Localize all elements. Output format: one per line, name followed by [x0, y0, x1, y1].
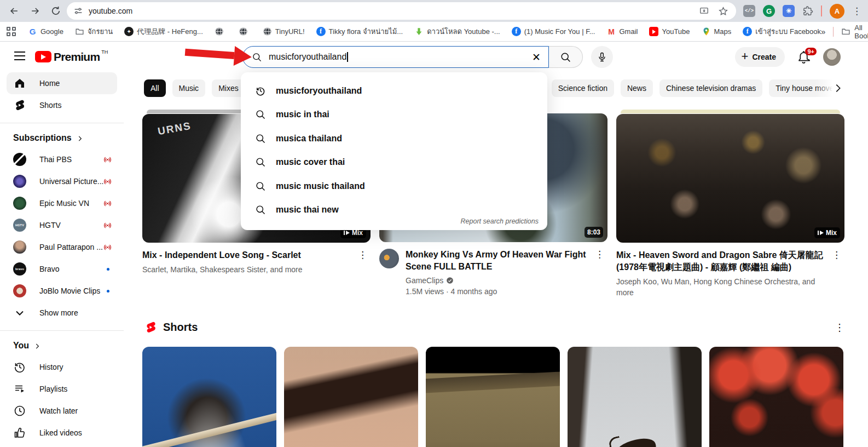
you-header[interactable]: You — [0, 337, 124, 356]
channel-hgtv[interactable]: HGTV HGTV — [7, 214, 117, 236]
shorts-menu-icon[interactable]: ⋮ — [835, 322, 844, 334]
search-button[interactable] — [549, 46, 583, 68]
chip-all[interactable]: All — [144, 79, 166, 97]
video-menu-icon[interactable]: ⋮ — [832, 249, 841, 298]
channel-bravo[interactable]: bravo Bravo — [7, 258, 117, 280]
sidebar-item-watch-later[interactable]: Watch later — [7, 400, 117, 422]
video-title[interactable]: Mix - Heaven Sword and Dragon Sabre 倚天屠龍… — [616, 249, 828, 273]
bookmark-maps[interactable]: Maps — [702, 27, 732, 36]
channel-avatar: bravo — [13, 262, 26, 276]
channel-name[interactable]: GameClips — [406, 276, 443, 285]
bookmark-globe-2[interactable] — [239, 27, 251, 36]
sidebar-item-playlists[interactable]: Playlists — [7, 378, 117, 400]
browser-menu-icon[interactable]: ⋮ — [852, 5, 861, 17]
report-search-predictions-link[interactable]: Report search predictions — [461, 217, 539, 225]
video-menu-icon[interactable]: ⋮ — [358, 249, 367, 275]
forward-icon[interactable] — [28, 4, 42, 18]
suggestion-item[interactable]: music music thailand — [241, 174, 547, 198]
search-input[interactable]: musicforyouthailand ✕ — [242, 46, 549, 68]
bookmark-google[interactable]: G Google — [28, 27, 63, 36]
channel-avatar[interactable] — [379, 249, 399, 268]
extension-devtools-icon[interactable]: </> — [743, 5, 755, 17]
video-menu-icon[interactable]: ⋮ — [595, 249, 604, 297]
history-icon — [13, 360, 26, 374]
bookmark-facebook-login[interactable]: f เข้าสู่ระบบ Facebook — [743, 26, 821, 37]
extension-blue-icon[interactable]: ✳ — [783, 5, 795, 17]
bookmark-youtube[interactable]: YouTube — [649, 27, 690, 36]
all-bookmarks-button[interactable]: All Bookmarks — [841, 24, 868, 40]
bookmark-globe-1[interactable] — [215, 27, 227, 36]
sidebar-label: Show more — [39, 308, 78, 317]
channel-row[interactable]: GameClips — [406, 276, 591, 285]
sidebar-item-liked-videos[interactable]: Liked videos — [7, 422, 117, 444]
address-bar[interactable]: youtube.com — [67, 2, 736, 20]
extensions-puzzle-icon[interactable] — [802, 5, 813, 16]
shorts-thumbnail-lanterns[interactable] — [709, 347, 843, 447]
bookmark-label: (1) Music For You | F... — [524, 27, 595, 36]
chip-chinese-tv-dramas[interactable]: Chinese television dramas — [659, 79, 762, 97]
shorts-thumbnail-martial-arts[interactable] — [426, 347, 560, 447]
search-query-text[interactable]: musicforyouthailand — [269, 52, 346, 62]
channel-joblo[interactable]: JoBlo Movie Clips — [7, 280, 117, 302]
bookmark-gmail[interactable]: M Gmail — [606, 27, 638, 36]
create-button[interactable]: + Create — [735, 47, 785, 67]
extension-grammarly-icon[interactable]: G — [763, 5, 775, 17]
suggestion-label: music cover thai — [276, 157, 345, 167]
site-info-icon[interactable] — [73, 6, 83, 16]
install-app-icon[interactable] — [699, 6, 709, 16]
shorts-thumbnail-swordsman[interactable] — [142, 347, 276, 447]
bookmark-star-icon[interactable] — [718, 6, 728, 16]
bookmark-tinyurl[interactable]: TinyURL! — [263, 27, 305, 36]
suggestion-label: musicforyouthailand — [276, 86, 362, 96]
youtube-premium-logo[interactable]: Premium TH — [35, 50, 108, 64]
video-thumbnail[interactable]: Mix — [616, 114, 844, 243]
channel-epic-music-vn[interactable]: Epic Music VN — [7, 192, 117, 214]
chip-science-fiction[interactable]: Science fiction — [552, 79, 614, 97]
create-label: Create — [752, 53, 776, 61]
bookmark-music-for-you[interactable]: f (1) Music For You | F... — [512, 27, 595, 36]
sidebar-label: Watch later — [39, 406, 78, 415]
apps-grid-icon[interactable] — [7, 27, 16, 37]
chips-scroll-right[interactable] — [815, 76, 854, 100]
channel-thai-pbs[interactable]: Thai PBS — [7, 148, 117, 170]
video-title[interactable]: Monkey King Vs Army Of Heaven War Fight … — [406, 249, 591, 273]
clear-search-icon[interactable]: ✕ — [532, 51, 541, 64]
account-avatar[interactable] — [823, 48, 841, 66]
sidebar-item-shorts[interactable]: Shorts — [7, 94, 117, 116]
channel-universal[interactable]: Universal Picture... — [7, 170, 117, 192]
suggestion-item[interactable]: music cover thai — [241, 151, 547, 175]
shorts-thumbnail-ibex-cliff[interactable] — [568, 347, 702, 447]
suggestion-label: music music thailand — [276, 181, 365, 191]
bookmarks-overflow-icon[interactable]: » — [821, 27, 825, 36]
browser-profile-avatar[interactable]: A — [830, 4, 844, 19]
channel-paul-pattarapon[interactable]: Paul Pattarapon ... — [7, 236, 117, 258]
search-icon — [255, 181, 266, 192]
voice-search-button[interactable] — [591, 46, 613, 68]
channel-name: Paul Pattarapon ... — [39, 243, 103, 251]
url-text[interactable]: youtube.com — [89, 7, 132, 15]
bookmark-hefeng[interactable]: ✦ 代理品牌 - HeFeng... — [124, 27, 203, 37]
bookmark-folder[interactable]: จักรยาน — [75, 26, 113, 37]
suggestion-item[interactable]: musica thailand — [241, 127, 547, 151]
reload-icon[interactable] — [49, 4, 62, 18]
bookmark-tikky[interactable]: f Tikky flora จำหน่ายไม้... — [316, 26, 403, 37]
menu-hamburger-icon[interactable] — [14, 51, 25, 63]
suggestion-item[interactable]: music in thai — [241, 103, 547, 127]
sidebar-item-home[interactable]: Home — [7, 72, 117, 94]
chip-news[interactable]: News — [621, 79, 653, 97]
video-card-mix-heaven-sword[interactable]: Mix Mix - Heaven Sword and Dragon Sabre … — [616, 109, 844, 298]
page: youtube.com </> G ✳ A ⋮ G Google — [0, 0, 868, 447]
chip-mixes[interactable]: Mixes — [212, 79, 245, 97]
bookmark-download-youtube[interactable]: ดาวน์โหลด Youtube -... — [414, 26, 500, 37]
notifications-button[interactable]: 9+ — [797, 50, 811, 64]
suggestion-item[interactable]: musicforyouthailand — [241, 79, 547, 103]
show-more-button[interactable]: Show more — [7, 302, 117, 324]
chip-music[interactable]: Music — [172, 79, 206, 97]
back-icon[interactable] — [8, 4, 21, 18]
sidebar-item-history[interactable]: History — [7, 356, 117, 378]
video-title[interactable]: Mix - Independent Love Song - Scarlet — [142, 249, 354, 261]
download-icon — [414, 27, 424, 36]
shorts-thumbnail-closeup-face[interactable] — [284, 347, 418, 447]
subscriptions-header[interactable]: Subscriptions — [0, 130, 124, 148]
logo-text: Premium — [54, 50, 100, 64]
